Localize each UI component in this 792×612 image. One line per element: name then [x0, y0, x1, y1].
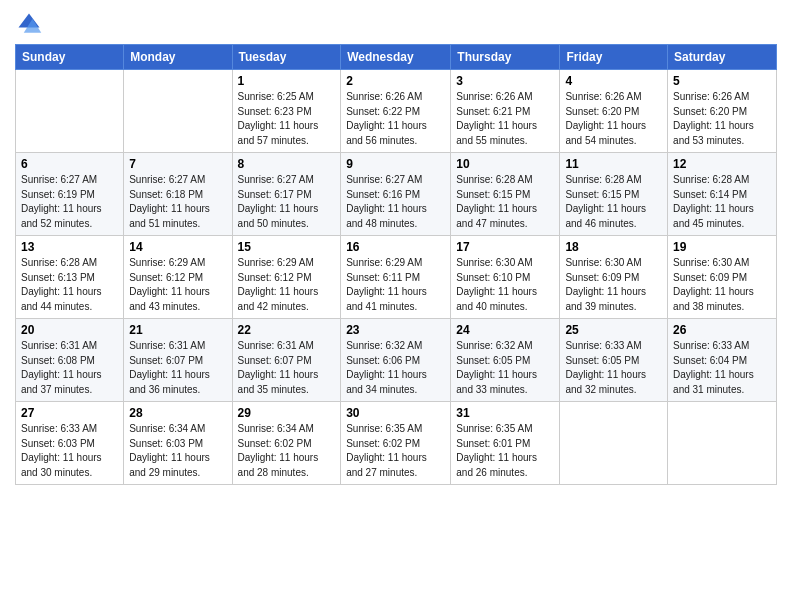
calendar-cell: 22Sunrise: 6:31 AM Sunset: 6:07 PM Dayli…: [232, 319, 341, 402]
day-number: 1: [238, 74, 336, 88]
day-info: Sunrise: 6:27 AM Sunset: 6:16 PM Dayligh…: [346, 173, 445, 231]
day-info: Sunrise: 6:33 AM Sunset: 6:04 PM Dayligh…: [673, 339, 771, 397]
day-info: Sunrise: 6:33 AM Sunset: 6:03 PM Dayligh…: [21, 422, 118, 480]
calendar-cell: 27Sunrise: 6:33 AM Sunset: 6:03 PM Dayli…: [16, 402, 124, 485]
calendar-cell: [560, 402, 668, 485]
day-info: Sunrise: 6:28 AM Sunset: 6:14 PM Dayligh…: [673, 173, 771, 231]
calendar: SundayMondayTuesdayWednesdayThursdayFrid…: [15, 44, 777, 485]
calendar-cell: 12Sunrise: 6:28 AM Sunset: 6:14 PM Dayli…: [668, 153, 777, 236]
calendar-cell: [124, 70, 232, 153]
calendar-cell: 6Sunrise: 6:27 AM Sunset: 6:19 PM Daylig…: [16, 153, 124, 236]
day-info: Sunrise: 6:27 AM Sunset: 6:17 PM Dayligh…: [238, 173, 336, 231]
calendar-cell: 25Sunrise: 6:33 AM Sunset: 6:05 PM Dayli…: [560, 319, 668, 402]
day-number: 21: [129, 323, 226, 337]
weekday-header: Monday: [124, 45, 232, 70]
day-number: 13: [21, 240, 118, 254]
day-number: 8: [238, 157, 336, 171]
calendar-cell: 2Sunrise: 6:26 AM Sunset: 6:22 PM Daylig…: [341, 70, 451, 153]
day-info: Sunrise: 6:25 AM Sunset: 6:23 PM Dayligh…: [238, 90, 336, 148]
day-info: Sunrise: 6:31 AM Sunset: 6:07 PM Dayligh…: [238, 339, 336, 397]
page: SundayMondayTuesdayWednesdayThursdayFrid…: [0, 0, 792, 612]
day-info: Sunrise: 6:26 AM Sunset: 6:21 PM Dayligh…: [456, 90, 554, 148]
day-info: Sunrise: 6:30 AM Sunset: 6:09 PM Dayligh…: [565, 256, 662, 314]
day-info: Sunrise: 6:28 AM Sunset: 6:15 PM Dayligh…: [565, 173, 662, 231]
calendar-week-row: 6Sunrise: 6:27 AM Sunset: 6:19 PM Daylig…: [16, 153, 777, 236]
day-info: Sunrise: 6:26 AM Sunset: 6:22 PM Dayligh…: [346, 90, 445, 148]
day-number: 9: [346, 157, 445, 171]
day-number: 23: [346, 323, 445, 337]
day-info: Sunrise: 6:29 AM Sunset: 6:11 PM Dayligh…: [346, 256, 445, 314]
day-number: 19: [673, 240, 771, 254]
day-number: 4: [565, 74, 662, 88]
day-number: 26: [673, 323, 771, 337]
day-info: Sunrise: 6:34 AM Sunset: 6:02 PM Dayligh…: [238, 422, 336, 480]
calendar-cell: 21Sunrise: 6:31 AM Sunset: 6:07 PM Dayli…: [124, 319, 232, 402]
day-info: Sunrise: 6:26 AM Sunset: 6:20 PM Dayligh…: [565, 90, 662, 148]
day-info: Sunrise: 6:31 AM Sunset: 6:07 PM Dayligh…: [129, 339, 226, 397]
calendar-cell: [16, 70, 124, 153]
day-info: Sunrise: 6:32 AM Sunset: 6:06 PM Dayligh…: [346, 339, 445, 397]
day-number: 15: [238, 240, 336, 254]
logo-icon: [15, 10, 43, 38]
day-info: Sunrise: 6:32 AM Sunset: 6:05 PM Dayligh…: [456, 339, 554, 397]
calendar-cell: 9Sunrise: 6:27 AM Sunset: 6:16 PM Daylig…: [341, 153, 451, 236]
weekday-header: Sunday: [16, 45, 124, 70]
day-number: 6: [21, 157, 118, 171]
weekday-header: Friday: [560, 45, 668, 70]
day-info: Sunrise: 6:31 AM Sunset: 6:08 PM Dayligh…: [21, 339, 118, 397]
weekday-header: Wednesday: [341, 45, 451, 70]
day-info: Sunrise: 6:26 AM Sunset: 6:20 PM Dayligh…: [673, 90, 771, 148]
weekday-header: Tuesday: [232, 45, 341, 70]
calendar-week-row: 1Sunrise: 6:25 AM Sunset: 6:23 PM Daylig…: [16, 70, 777, 153]
day-info: Sunrise: 6:35 AM Sunset: 6:02 PM Dayligh…: [346, 422, 445, 480]
calendar-week-row: 20Sunrise: 6:31 AM Sunset: 6:08 PM Dayli…: [16, 319, 777, 402]
day-info: Sunrise: 6:30 AM Sunset: 6:10 PM Dayligh…: [456, 256, 554, 314]
calendar-cell: 5Sunrise: 6:26 AM Sunset: 6:20 PM Daylig…: [668, 70, 777, 153]
calendar-cell: 14Sunrise: 6:29 AM Sunset: 6:12 PM Dayli…: [124, 236, 232, 319]
day-number: 31: [456, 406, 554, 420]
day-number: 18: [565, 240, 662, 254]
day-info: Sunrise: 6:27 AM Sunset: 6:18 PM Dayligh…: [129, 173, 226, 231]
day-info: Sunrise: 6:27 AM Sunset: 6:19 PM Dayligh…: [21, 173, 118, 231]
day-number: 28: [129, 406, 226, 420]
day-number: 29: [238, 406, 336, 420]
calendar-cell: 3Sunrise: 6:26 AM Sunset: 6:21 PM Daylig…: [451, 70, 560, 153]
calendar-cell: 26Sunrise: 6:33 AM Sunset: 6:04 PM Dayli…: [668, 319, 777, 402]
weekday-header: Saturday: [668, 45, 777, 70]
day-number: 3: [456, 74, 554, 88]
calendar-week-row: 13Sunrise: 6:28 AM Sunset: 6:13 PM Dayli…: [16, 236, 777, 319]
day-number: 16: [346, 240, 445, 254]
calendar-cell: 30Sunrise: 6:35 AM Sunset: 6:02 PM Dayli…: [341, 402, 451, 485]
day-number: 11: [565, 157, 662, 171]
day-info: Sunrise: 6:29 AM Sunset: 6:12 PM Dayligh…: [129, 256, 226, 314]
calendar-cell: 31Sunrise: 6:35 AM Sunset: 6:01 PM Dayli…: [451, 402, 560, 485]
day-number: 17: [456, 240, 554, 254]
day-number: 20: [21, 323, 118, 337]
weekday-header: Thursday: [451, 45, 560, 70]
calendar-cell: 28Sunrise: 6:34 AM Sunset: 6:03 PM Dayli…: [124, 402, 232, 485]
day-number: 2: [346, 74, 445, 88]
calendar-cell: 13Sunrise: 6:28 AM Sunset: 6:13 PM Dayli…: [16, 236, 124, 319]
calendar-cell: 18Sunrise: 6:30 AM Sunset: 6:09 PM Dayli…: [560, 236, 668, 319]
calendar-cell: 4Sunrise: 6:26 AM Sunset: 6:20 PM Daylig…: [560, 70, 668, 153]
calendar-cell: 17Sunrise: 6:30 AM Sunset: 6:10 PM Dayli…: [451, 236, 560, 319]
day-info: Sunrise: 6:30 AM Sunset: 6:09 PM Dayligh…: [673, 256, 771, 314]
calendar-cell: 29Sunrise: 6:34 AM Sunset: 6:02 PM Dayli…: [232, 402, 341, 485]
calendar-cell: 20Sunrise: 6:31 AM Sunset: 6:08 PM Dayli…: [16, 319, 124, 402]
calendar-cell: 24Sunrise: 6:32 AM Sunset: 6:05 PM Dayli…: [451, 319, 560, 402]
day-info: Sunrise: 6:29 AM Sunset: 6:12 PM Dayligh…: [238, 256, 336, 314]
calendar-cell: 8Sunrise: 6:27 AM Sunset: 6:17 PM Daylig…: [232, 153, 341, 236]
day-info: Sunrise: 6:35 AM Sunset: 6:01 PM Dayligh…: [456, 422, 554, 480]
calendar-cell: 10Sunrise: 6:28 AM Sunset: 6:15 PM Dayli…: [451, 153, 560, 236]
calendar-cell: 11Sunrise: 6:28 AM Sunset: 6:15 PM Dayli…: [560, 153, 668, 236]
day-number: 14: [129, 240, 226, 254]
day-number: 30: [346, 406, 445, 420]
day-info: Sunrise: 6:34 AM Sunset: 6:03 PM Dayligh…: [129, 422, 226, 480]
day-info: Sunrise: 6:33 AM Sunset: 6:05 PM Dayligh…: [565, 339, 662, 397]
logo: [15, 10, 47, 38]
day-number: 10: [456, 157, 554, 171]
day-number: 25: [565, 323, 662, 337]
header: [15, 10, 777, 38]
day-number: 27: [21, 406, 118, 420]
calendar-cell: 1Sunrise: 6:25 AM Sunset: 6:23 PM Daylig…: [232, 70, 341, 153]
